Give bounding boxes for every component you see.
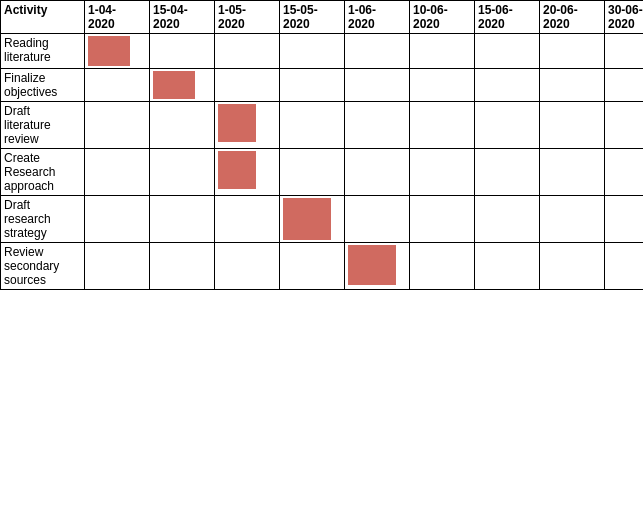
cell-rss-20-06 — [540, 243, 605, 290]
row-draft-research-strategy: Draftresearchstrategy — [1, 196, 644, 243]
cell-drs-15-06 — [475, 196, 540, 243]
gantt-bar — [348, 245, 396, 285]
cell-dlr-20-06 — [540, 102, 605, 149]
cell-dlr-1-05 — [215, 102, 280, 149]
row-draft-literature-review: Draftliteraturereview — [1, 102, 644, 149]
cell-reading-1-06 — [345, 34, 410, 69]
cell-rss-30-06 — [605, 243, 644, 290]
cell-drs-1-04 — [85, 196, 150, 243]
cell-drs-1-05 — [215, 196, 280, 243]
cell-dlr-30-06 — [605, 102, 644, 149]
gantt-bar — [153, 71, 195, 99]
cell-drs-30-06 — [605, 196, 644, 243]
gantt-bar — [88, 36, 130, 66]
cell-cra-15-05 — [280, 149, 345, 196]
cell-dlr-15-05 — [280, 102, 345, 149]
cell-finalize-1-05 — [215, 69, 280, 102]
header-row: Activity 1-04-2020 15-04-2020 1-05-2020 … — [1, 1, 644, 34]
gantt-bar — [218, 104, 256, 142]
activity-label: Readingliterature — [1, 34, 85, 69]
header-10-06-2020: 10-06-2020 — [410, 1, 475, 34]
cell-finalize-20-06 — [540, 69, 605, 102]
activity-label: Draftresearchstrategy — [1, 196, 85, 243]
cell-dlr-10-06 — [410, 102, 475, 149]
header-30-06-2020: 30-06-2020 — [605, 1, 644, 34]
cell-drs-20-06 — [540, 196, 605, 243]
cell-cra-15-06 — [475, 149, 540, 196]
header-15-05-2020: 15-05-2020 — [280, 1, 345, 34]
row-review-secondary-sources: Reviewsecondarysources — [1, 243, 644, 290]
cell-finalize-15-05 — [280, 69, 345, 102]
cell-cra-30-06 — [605, 149, 644, 196]
gantt-table: Activity 1-04-2020 15-04-2020 1-05-2020 … — [0, 0, 643, 290]
cell-cra-1-04 — [85, 149, 150, 196]
cell-finalize-15-04 — [150, 69, 215, 102]
cell-rss-1-06 — [345, 243, 410, 290]
cell-drs-1-06 — [345, 196, 410, 243]
row-create-research-approach: CreateResearchapproach — [1, 149, 644, 196]
cell-rss-15-05 — [280, 243, 345, 290]
header-20-06-2020: 20-06-2020 — [540, 1, 605, 34]
cell-rss-10-06 — [410, 243, 475, 290]
header-15-06-2020: 15-06-2020 — [475, 1, 540, 34]
cell-cra-1-05 — [215, 149, 280, 196]
cell-dlr-15-04 — [150, 102, 215, 149]
cell-reading-20-06 — [540, 34, 605, 69]
row-reading-literature: Readingliterature — [1, 34, 644, 69]
header-1-05-2020: 1-05-2020 — [215, 1, 280, 34]
cell-rss-15-06 — [475, 243, 540, 290]
cell-reading-10-06 — [410, 34, 475, 69]
cell-cra-10-06 — [410, 149, 475, 196]
cell-drs-10-06 — [410, 196, 475, 243]
cell-finalize-15-06 — [475, 69, 540, 102]
activity-label: Reviewsecondarysources — [1, 243, 85, 290]
activity-label: Draftliteraturereview — [1, 102, 85, 149]
cell-dlr-1-06 — [345, 102, 410, 149]
cell-finalize-1-04 — [85, 69, 150, 102]
cell-finalize-30-06 — [605, 69, 644, 102]
gantt-bar — [218, 151, 256, 189]
cell-reading-15-04 — [150, 34, 215, 69]
cell-finalize-1-06 — [345, 69, 410, 102]
cell-cra-20-06 — [540, 149, 605, 196]
activity-label: CreateResearchapproach — [1, 149, 85, 196]
cell-rss-1-04 — [85, 243, 150, 290]
cell-reading-15-06 — [475, 34, 540, 69]
cell-drs-15-04 — [150, 196, 215, 243]
cell-rss-15-04 — [150, 243, 215, 290]
cell-rss-1-05 — [215, 243, 280, 290]
cell-reading-1-05 — [215, 34, 280, 69]
header-1-04-2020: 1-04-2020 — [85, 1, 150, 34]
cell-cra-15-04 — [150, 149, 215, 196]
header-15-04-2020: 15-04-2020 — [150, 1, 215, 34]
gantt-bar — [283, 198, 331, 240]
header-activity: Activity — [1, 1, 85, 34]
cell-finalize-10-06 — [410, 69, 475, 102]
row-finalize-objectives: Finalizeobjectives — [1, 69, 644, 102]
cell-dlr-1-04 — [85, 102, 150, 149]
activity-label: Finalizeobjectives — [1, 69, 85, 102]
cell-reading-30-06 — [605, 34, 644, 69]
header-1-06-2020: 1-06-2020 — [345, 1, 410, 34]
cell-drs-15-05 — [280, 196, 345, 243]
cell-reading-1-04 — [85, 34, 150, 69]
cell-reading-15-05 — [280, 34, 345, 69]
cell-dlr-15-06 — [475, 102, 540, 149]
cell-cra-1-06 — [345, 149, 410, 196]
